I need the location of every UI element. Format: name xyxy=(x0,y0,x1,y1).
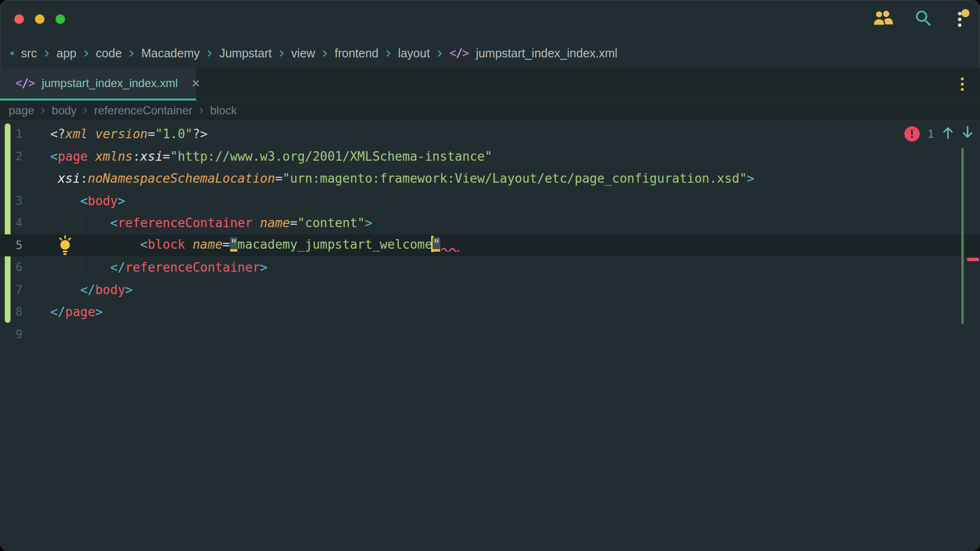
code-line-content[interactable]: <page xmlns:xsi="http://www.w3.org/2001/… xyxy=(50,149,980,164)
line-number[interactable]: 6 xyxy=(16,261,22,274)
tab-jumpstart-index-index-xml[interactable]: </> jumpstart_index_index.xml × xyxy=(0,68,196,100)
next-problem-arrow-down-icon[interactable] xyxy=(962,126,973,142)
error-badge-icon[interactable]: ! xyxy=(904,126,920,142)
line-number[interactable]: 2 xyxy=(16,150,22,163)
notification-badge-dot xyxy=(961,9,969,17)
breadcrumb-separator-icon: › xyxy=(207,44,212,60)
close-window-button[interactable] xyxy=(14,14,24,24)
breadcrumb-separator-icon: › xyxy=(129,44,134,60)
ide-window: src›app›code›Macademy›Jumpstart›view›fro… xyxy=(0,0,980,551)
code-line-content[interactable]: <body> xyxy=(50,194,980,208)
xml-breadcrumb-separator-icon: › xyxy=(41,102,45,117)
gutter-cell: 3 xyxy=(0,194,50,208)
breadcrumb-item-code[interactable]: code xyxy=(96,46,122,60)
xml-breadcrumb-item-body[interactable]: body xyxy=(52,104,77,117)
code-line-9: 9 xyxy=(0,323,980,346)
xml-breadcrumb-separator-icon: › xyxy=(199,102,203,117)
xml-breadcrumb-item-block[interactable]: block xyxy=(210,104,237,117)
maximize-window-button[interactable] xyxy=(56,14,65,24)
breadcrumb-item-src[interactable]: src xyxy=(21,46,37,60)
breadcrumb-separator-icon: › xyxy=(437,44,442,60)
xml-breadcrumb-separator-icon: › xyxy=(83,102,88,117)
breadcrumb-separator-icon: › xyxy=(279,44,284,60)
breadcrumb-separator-icon: › xyxy=(84,44,89,60)
breadcrumb-item-Jumpstart[interactable]: Jumpstart xyxy=(219,46,272,60)
analysis-change-stripe xyxy=(961,148,964,324)
code-line-3: 3 <body> xyxy=(0,190,980,212)
minimize-window-button[interactable] xyxy=(35,14,45,24)
gutter-cell: 1 xyxy=(0,127,50,141)
code-line-content[interactable]: </page> xyxy=(50,305,980,319)
code-line-1: 1<?xml version="1.0"?> xyxy=(0,123,980,145)
error-count: 1 xyxy=(928,127,934,141)
code-line-content[interactable]: </referenceContainer> xyxy=(50,260,980,275)
titlebar-actions xyxy=(872,8,966,30)
gutter-cell: 8 xyxy=(0,305,50,319)
tab-label: jumpstart_index_index.xml xyxy=(42,77,178,90)
breadcrumb-separator-icon: › xyxy=(386,44,391,60)
window-controls xyxy=(14,14,65,24)
code-with-me-users-icon[interactable] xyxy=(872,10,893,29)
breadcrumb-item-layout[interactable]: layout xyxy=(398,46,430,60)
titlebar xyxy=(0,0,980,38)
code-line-8: 8</page> xyxy=(0,301,980,323)
line-number[interactable]: 1 xyxy=(16,127,22,141)
code-line-5: 5 <block name="macademy_jumpstart_welcom… xyxy=(0,234,980,257)
breadcrumb-items: src›app›code›Macademy›Jumpstart›view›fro… xyxy=(21,45,617,61)
intention-bulb-icon[interactable] xyxy=(56,235,74,255)
gutter-cell: 5 xyxy=(0,239,50,252)
code-line-4: 4 <referenceContainer name="content"> xyxy=(0,212,980,234)
gutter-cell: 4 xyxy=(0,216,50,230)
code-line-wrap-2: xsi:noNamespaceSchemaLocation="urn:magen… xyxy=(0,167,980,190)
code-line-7: 7 </body> xyxy=(0,279,980,301)
xml-breadcrumb-item-referenceContainer[interactable]: referenceContainer xyxy=(94,104,192,117)
gutter-cell: 9 xyxy=(0,328,50,341)
gutter-cell: 7 xyxy=(0,283,50,297)
xml-breadcrumb-item-page[interactable]: page xyxy=(9,104,34,117)
line-number[interactable]: 5 xyxy=(16,239,22,252)
code-line-content[interactable]: xsi:noNamespaceSchemaLocation="urn:magen… xyxy=(50,171,980,186)
line-number[interactable]: 4 xyxy=(16,216,22,230)
code-line-6: 6 </referenceContainer> xyxy=(0,256,980,279)
code-line-content[interactable]: <?xml version="1.0"?> xyxy=(50,127,980,141)
code-line-2: 2<page xmlns:xsi="http://www.w3.org/2001… xyxy=(0,145,980,168)
xml-file-icon: </> xyxy=(449,46,468,60)
editor-tab-bar: </> jumpstart_index_index.xml × xyxy=(0,68,980,101)
search-icon[interactable] xyxy=(914,9,932,29)
inspection-widget: ! 1 xyxy=(904,125,973,143)
breadcrumb-item-frontend[interactable]: frontend xyxy=(334,46,379,60)
line-number[interactable]: 8 xyxy=(16,305,22,319)
code-line-content[interactable]: <block name="macademy_jumpstart_welcome" xyxy=(50,236,980,254)
breadcrumb-item-app[interactable]: app xyxy=(56,46,77,60)
tab-more-kebab-icon[interactable] xyxy=(961,77,964,91)
breadcrumb-separator-icon: › xyxy=(323,44,328,60)
error-stripe-mark[interactable] xyxy=(967,258,979,261)
line-number[interactable]: 3 xyxy=(16,194,22,208)
line-number[interactable]: 7 xyxy=(16,283,22,297)
more-menu-kebab-icon[interactable] xyxy=(953,8,966,30)
breadcrumb-item-file[interactable]: jumpstart_index_index.xml xyxy=(476,46,617,60)
close-tab-icon[interactable]: × xyxy=(192,76,200,90)
code-lines: 1<?xml version="1.0"?>2<page xmlns:xsi="… xyxy=(0,121,980,551)
project-dot-icon xyxy=(11,52,14,55)
breadcrumb-item-Macademy[interactable]: Macademy xyxy=(141,46,200,60)
breadcrumb-separator-icon: › xyxy=(44,44,49,60)
editor-pane[interactable]: 1<?xml version="1.0"?>2<page xmlns:xsi="… xyxy=(0,121,980,551)
breadcrumb-item-view[interactable]: view xyxy=(291,46,315,60)
xml-structure-breadcrumb: page›body›referenceContainer›block xyxy=(0,101,980,121)
file-path-breadcrumb: src›app›code›Macademy›Jumpstart›view›fro… xyxy=(0,38,980,68)
error-squiggle xyxy=(441,240,459,254)
gutter-cell: 6 xyxy=(0,261,50,274)
xml-file-icon: </> xyxy=(15,77,34,90)
code-line-content[interactable]: <referenceContainer name="content"> xyxy=(50,216,980,230)
line-number[interactable]: 9 xyxy=(16,328,22,341)
code-line-content[interactable]: </body> xyxy=(50,283,980,297)
prev-problem-arrow-up-icon[interactable] xyxy=(942,126,954,142)
gutter-cell: 2 xyxy=(0,150,50,163)
